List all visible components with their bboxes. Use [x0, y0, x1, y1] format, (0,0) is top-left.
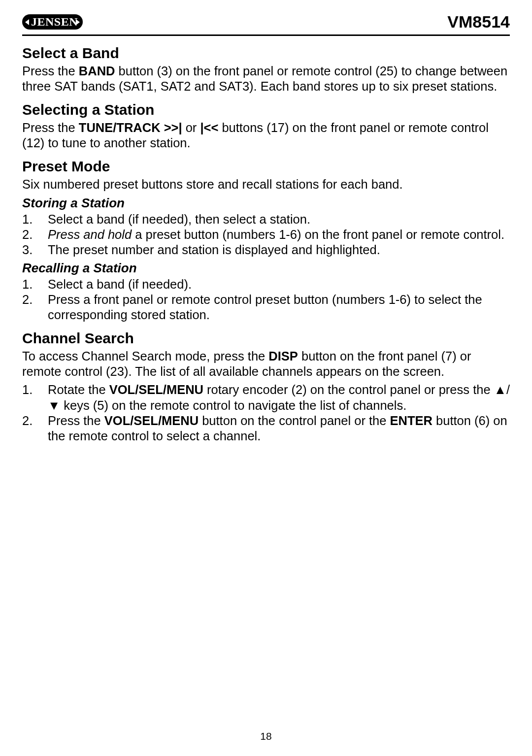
text-bold-band: BAND	[79, 64, 115, 78]
list-storing-steps: Select a band (if needed), then select a…	[22, 212, 510, 258]
text-bold-volselmenu: VOL/SEL/MENU	[104, 414, 199, 427]
text-selecting-station: Press the TUNE/TRACK >>| or |<< buttons …	[22, 120, 510, 151]
heading-selecting-station: Selecting a Station	[22, 101, 510, 118]
text-bold-volselmenu: VOL/SEL/MENU	[109, 383, 203, 396]
subheading-recalling: Recalling a Station	[22, 261, 510, 276]
model-number: VM8514	[447, 12, 510, 32]
text-fragment: Rotate the	[48, 383, 109, 396]
text-fragment: keys (5) on the remote control to naviga…	[60, 398, 406, 412]
text-fragment: Press the	[22, 64, 79, 78]
list-item: Select a band (if needed).	[22, 277, 510, 292]
page-header: JENSEN VM8514	[22, 12, 510, 36]
list-channel-steps: Rotate the VOL/SEL/MENU rotary encoder (…	[22, 382, 510, 443]
text-fragment: To access Channel Search mode, press the	[22, 349, 268, 363]
text-fragment: Press the	[22, 121, 79, 134]
list-item: Press the VOL/SEL/MENU button on the con…	[22, 413, 510, 444]
subheading-storing: Storing a Station	[22, 196, 510, 211]
list-item: Press a front panel or remote control pr…	[22, 292, 510, 323]
text-italic: Press and hold	[48, 228, 132, 241]
text-fragment: or	[182, 121, 200, 134]
text-select-band: Press the BAND button (3) on the front p…	[22, 64, 510, 94]
list-item: Select a band (if needed), then select a…	[22, 212, 510, 227]
text-bold-disp: DISP	[268, 349, 298, 363]
list-item: The preset number and station is display…	[22, 242, 510, 258]
heading-preset-mode: Preset Mode	[22, 158, 510, 175]
brand-logo: JENSEN	[22, 14, 83, 30]
text-channel-intro: To access Channel Search mode, press the…	[22, 349, 510, 379]
text-bold-tune-prev: |<<	[200, 121, 218, 134]
heading-channel-search: Channel Search	[22, 330, 510, 347]
list-item: Rotate the VOL/SEL/MENU rotary encoder (…	[22, 382, 510, 413]
text-bold-enter: ENTER	[390, 414, 432, 427]
page-number: 18	[0, 730, 532, 742]
text-fragment: a preset button (numbers 1-6) on the fro…	[132, 228, 504, 241]
text-fragment: Press the	[48, 414, 104, 427]
text-fragment: rotary encoder (2) on the control panel …	[203, 383, 494, 396]
list-item: Press and hold a preset button (numbers …	[22, 227, 510, 242]
text-bold-tune-next: TUNE/TRACK >>|	[79, 121, 182, 134]
list-recalling-steps: Select a band (if needed). Press a front…	[22, 277, 510, 323]
text-fragment: button on the control panel or the	[199, 414, 390, 427]
text-preset-intro: Six numbered preset buttons store and re…	[22, 177, 510, 192]
heading-select-band: Select a Band	[22, 45, 510, 62]
